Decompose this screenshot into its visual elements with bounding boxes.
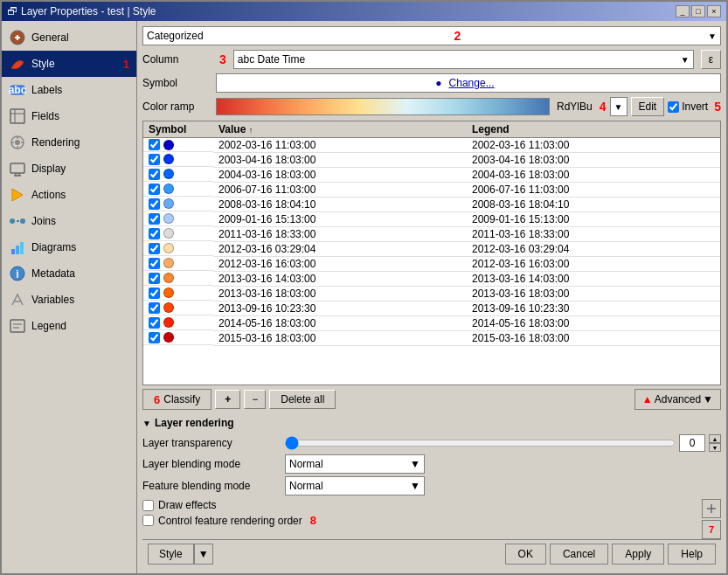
- sidebar-item-diagrams[interactable]: Diagrams: [2, 234, 136, 260]
- row-dot: [163, 140, 174, 150]
- invert-num: 5: [714, 100, 721, 114]
- bottom-left: Style ▼: [148, 544, 213, 565]
- draw-effects-row: Draw effects: [142, 499, 695, 511]
- right-icon-btn-1[interactable]: [702, 499, 721, 518]
- row-checkbox[interactable]: [149, 184, 160, 195]
- main-content: Categorized 2 ▼ Column 3 abc Date Time ▼…: [137, 21, 726, 573]
- row-checkbox[interactable]: [149, 198, 160, 210]
- right-icon-btn-2[interactable]: 7: [702, 520, 721, 539]
- invert-checkbox[interactable]: [668, 101, 679, 113]
- classify-num: 6: [154, 393, 160, 406]
- row-checkbox[interactable]: [149, 154, 160, 165]
- title-bar-buttons: _ □ ×: [676, 5, 721, 17]
- row-value: 2004-03-16 18:03:00: [213, 168, 467, 183]
- rendering-grid: Layer transparency 0 ▲ ▼ Layer blending …: [142, 434, 721, 495]
- row-dot: [163, 273, 174, 283]
- style-main-button[interactable]: Style: [148, 544, 194, 565]
- draw-effects-label: Draw effects: [158, 499, 216, 511]
- classify-button[interactable]: 6 Classify: [142, 389, 211, 410]
- row-checkbox[interactable]: [149, 317, 160, 329]
- maximize-button[interactable]: □: [691, 5, 705, 17]
- sidebar-item-rendering[interactable]: Rendering: [2, 129, 136, 156]
- edit-button[interactable]: Edit: [631, 97, 665, 116]
- remove-class-button[interactable]: −: [244, 390, 266, 409]
- style-icon: [9, 55, 26, 73]
- sidebar-item-labels[interactable]: abc Labels: [2, 77, 136, 103]
- general-label: General: [31, 31, 69, 44]
- row-legend: 2012-03-16 16:03:00: [467, 257, 720, 272]
- fields-icon: [9, 107, 26, 125]
- row-checkbox[interactable]: [149, 139, 160, 150]
- advanced-arrow: ▼: [703, 393, 713, 405]
- row-checkbox[interactable]: [149, 169, 160, 180]
- color-ramp-dropdown[interactable]: ▼: [610, 97, 627, 116]
- window-body: General Style 1 abc Labels Fields: [2, 21, 726, 573]
- advanced-button[interactable]: ▲ Advanced ▼: [634, 389, 721, 410]
- delete-all-button[interactable]: Delete all: [269, 390, 336, 409]
- add-class-button[interactable]: +: [215, 390, 240, 409]
- row-value: 2012-03-16 03:29:04: [213, 242, 467, 257]
- transparency-down[interactable]: ▼: [709, 443, 721, 452]
- symbol-dot: ●: [435, 77, 441, 89]
- num8: 8: [310, 514, 316, 527]
- transparency-slider[interactable]: [285, 436, 676, 450]
- row-checkbox[interactable]: [149, 228, 160, 239]
- num7: 7: [709, 524, 714, 535]
- minimize-button[interactable]: _: [676, 5, 690, 17]
- ok-button[interactable]: OK: [505, 544, 546, 565]
- row-value: 2013-09-16 10:23:30: [213, 301, 467, 316]
- renderer-num: 2: [454, 29, 461, 43]
- sidebar-item-style[interactable]: Style 1: [2, 51, 136, 77]
- sidebar-item-joins[interactable]: Joins: [2, 208, 136, 234]
- row-checkbox[interactable]: [149, 302, 160, 314]
- apply-button[interactable]: Apply: [612, 544, 664, 565]
- row-dot: [163, 258, 174, 268]
- row-checkbox[interactable]: [149, 288, 160, 299]
- style-label: Style: [31, 58, 55, 70]
- table-row: 2002-03-16 11:03:002002-03-16 11:03:00: [143, 138, 720, 153]
- renderer-arrow: ▼: [708, 31, 717, 41]
- row-checkbox[interactable]: [149, 258, 160, 269]
- svg-text:abc: abc: [9, 84, 26, 96]
- row-checkbox[interactable]: [149, 332, 160, 343]
- control-feature-checkbox[interactable]: [142, 515, 154, 526]
- window-title: Layer Properties - test | Style: [21, 5, 156, 17]
- transparency-value: 0: [679, 434, 705, 452]
- svg-marker-12: [12, 189, 23, 201]
- sidebar-item-actions[interactable]: Actions: [2, 182, 136, 208]
- svg-text:i: i: [16, 268, 18, 281]
- sidebar-item-display[interactable]: Display: [2, 156, 136, 182]
- layer-blending-select[interactable]: Normal ▼: [285, 454, 425, 474]
- sidebar-item-variables[interactable]: Variables: [2, 287, 136, 313]
- style-arrow-button[interactable]: ▼: [194, 544, 213, 565]
- renderer-value: Categorized: [147, 30, 204, 42]
- row-dot: [163, 154, 174, 164]
- feature-blending-value: Normal: [289, 480, 323, 492]
- renderer-dropdown[interactable]: Categorized 2 ▼: [142, 26, 721, 45]
- sidebar-item-metadata[interactable]: i Metadata: [2, 260, 136, 287]
- row-value: 2013-03-16 14:03:00: [213, 272, 467, 287]
- section-title: Layer rendering: [155, 417, 234, 429]
- draw-effects-checkbox[interactable]: [142, 500, 154, 511]
- help-button[interactable]: Help: [668, 544, 716, 565]
- row-checkbox[interactable]: [149, 213, 160, 225]
- row-checkbox[interactable]: [149, 243, 160, 254]
- cancel-button[interactable]: Cancel: [550, 544, 608, 565]
- layer-blending-value: Normal: [289, 458, 323, 470]
- sidebar-item-legend[interactable]: Legend: [2, 313, 136, 339]
- window-icon: 🗗: [7, 5, 17, 17]
- column-expr-button[interactable]: ε: [701, 50, 721, 69]
- close-button[interactable]: ×: [707, 5, 721, 17]
- control-feature-row: Control feature rendering order 8: [142, 514, 695, 527]
- bottom-bar: Style ▼ OK Cancel Apply Help: [142, 539, 721, 568]
- sidebar-item-general[interactable]: General: [2, 24, 136, 51]
- col-legend: Legend: [467, 121, 720, 138]
- row-checkbox[interactable]: [149, 273, 160, 284]
- joins-label: Joins: [31, 215, 56, 227]
- sidebar-item-fields[interactable]: Fields: [2, 103, 136, 129]
- transparency-up[interactable]: ▲: [709, 434, 721, 443]
- actions-label: Actions: [31, 189, 66, 201]
- feature-blending-select[interactable]: Normal ▼: [285, 476, 425, 495]
- change-button[interactable]: Change...: [442, 73, 502, 93]
- column-dropdown[interactable]: abc Date Time ▼: [233, 50, 694, 69]
